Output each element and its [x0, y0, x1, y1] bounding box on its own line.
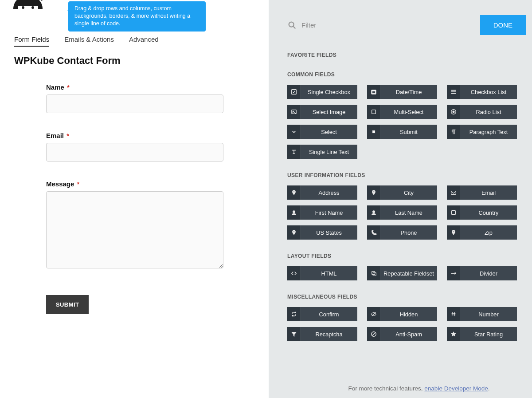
filter-area — [287, 20, 480, 30]
field-type-multi-select[interactable]: Multi-Select — [367, 105, 437, 119]
field-type-label: Paragraph Text — [460, 125, 517, 139]
field-drawer-panel: DONE FAVORITE FIELDS COMMON FIELDS Singl… — [269, 0, 532, 398]
square-icon — [367, 105, 380, 119]
field-type-label: Single Checkbox — [301, 85, 357, 99]
field-type-paragraph-text[interactable]: Paragraph Text — [447, 125, 517, 139]
field-type-hidden[interactable]: Hidden — [367, 307, 437, 321]
field-type-star-rating[interactable]: Star Rating — [447, 327, 517, 341]
enable-dev-mode-link[interactable]: enable Developer Mode — [424, 385, 488, 392]
tab-advanced[interactable]: Advanced — [129, 33, 159, 47]
filter-icon — [287, 327, 301, 341]
search-icon — [287, 20, 297, 30]
submit-button[interactable]: SUBMIT — [46, 295, 89, 314]
field-type-submit[interactable]: Submit — [367, 125, 437, 139]
email-label: Email * — [46, 132, 223, 139]
name-label: Name * — [46, 83, 223, 91]
field-type-single-line-text[interactable]: Single Line Text — [287, 145, 357, 159]
field-type-select[interactable]: Select — [287, 125, 357, 139]
message-input[interactable] — [46, 191, 223, 268]
field-type-label: City — [380, 185, 437, 200]
field-type-address[interactable]: Address — [287, 185, 357, 200]
code-icon — [287, 266, 301, 280]
hash-icon — [447, 307, 460, 321]
field-type-label: Zip — [460, 225, 517, 240]
ban-icon — [367, 327, 380, 341]
field-type-divider[interactable]: Divider — [447, 266, 517, 280]
email-input[interactable] — [46, 143, 223, 162]
list-icon — [447, 85, 460, 99]
star-icon — [447, 327, 460, 341]
user-icon — [287, 205, 301, 220]
mail-icon — [447, 185, 460, 200]
field-type-city[interactable]: City — [367, 185, 437, 200]
calendar-icon — [367, 85, 380, 99]
svg-point-2 — [289, 22, 294, 27]
field-type-phone[interactable]: Phone — [367, 225, 437, 240]
paragraph-icon — [447, 125, 460, 139]
field-type-label: Anti-Spam — [380, 327, 437, 341]
chevron-down-icon — [287, 125, 301, 139]
field-type-label: Repeatable Fieldset — [380, 266, 437, 280]
field-type-radio-list[interactable]: Radio List — [447, 105, 517, 119]
tab-form-fields[interactable]: Form Fields — [14, 33, 49, 47]
field-type-html[interactable]: HTML — [287, 266, 357, 280]
field-type-confirm[interactable]: Confirm — [287, 307, 357, 321]
square-icon — [447, 205, 460, 220]
field-type-label: Country — [460, 205, 517, 220]
field-type-anti-spam[interactable]: Anti-Spam — [367, 327, 437, 341]
arrows-icon — [447, 266, 460, 280]
field-type-label: Last Name — [380, 205, 437, 220]
field-type-label: First Name — [301, 205, 357, 220]
field-type-label: Hidden — [380, 307, 437, 321]
dot-circle-icon — [447, 105, 460, 119]
section-layout: LAYOUT FIELDS — [287, 253, 526, 259]
field-type-checkbox-list[interactable]: Checkbox List — [447, 85, 517, 99]
user-icon — [367, 205, 380, 220]
field-type-recaptcha[interactable]: Recaptcha — [287, 327, 357, 341]
pin-icon — [367, 185, 380, 200]
field-type-label: Phone — [380, 225, 437, 240]
field-type-label: Confirm — [301, 307, 357, 321]
field-type-label: Address — [301, 185, 357, 200]
field-type-label: Select Image — [301, 105, 357, 119]
image-icon — [287, 105, 301, 119]
field-type-label: US States — [301, 225, 357, 240]
field-type-label: HTML — [301, 266, 357, 280]
field-type-label: Date/Time — [380, 85, 437, 99]
pin-icon — [447, 225, 460, 240]
field-type-single-checkbox[interactable]: Single Checkbox — [287, 85, 357, 99]
field-type-label: Recaptcha — [301, 327, 357, 341]
copy-icon — [367, 266, 380, 280]
square-small-icon — [367, 125, 380, 139]
field-type-label: Single Line Text — [301, 145, 357, 159]
field-type-first-name[interactable]: First Name — [287, 205, 357, 220]
field-type-date-time[interactable]: Date/Time — [367, 85, 437, 99]
field-type-zip[interactable]: Zip — [447, 225, 517, 240]
pin-icon — [287, 225, 301, 240]
form-title: WPKube Contact Form — [14, 55, 269, 67]
refresh-icon — [287, 307, 301, 321]
name-input[interactable] — [46, 95, 223, 113]
done-button[interactable]: DONE — [480, 15, 526, 35]
field-type-label: Select — [301, 125, 357, 139]
ninja-logo — [8, 0, 48, 22]
email-field-group: Email * — [46, 132, 223, 162]
field-type-number[interactable]: Number — [447, 307, 517, 321]
field-type-label: Submit — [380, 125, 437, 139]
filter-input[interactable] — [301, 21, 480, 29]
field-type-country[interactable]: Country — [447, 205, 517, 220]
field-type-repeatable-fieldset[interactable]: Repeatable Fieldset — [367, 266, 437, 280]
field-type-label: Radio List — [460, 105, 517, 119]
pin-icon — [287, 185, 301, 200]
field-type-select-image[interactable]: Select Image — [287, 105, 357, 119]
field-type-us-states[interactable]: US States — [287, 225, 357, 240]
check-square-icon — [287, 85, 301, 99]
svg-point-0 — [22, 6, 24, 9]
field-type-last-name[interactable]: Last Name — [367, 205, 437, 220]
field-type-label: Email — [460, 185, 517, 200]
field-type-label: Divider — [460, 266, 517, 280]
field-type-label: Multi-Select — [380, 105, 437, 119]
field-type-email[interactable]: Email — [447, 185, 517, 200]
tab-emails-actions[interactable]: Emails & Actions — [64, 33, 114, 47]
name-field-group: Name * — [46, 83, 223, 113]
